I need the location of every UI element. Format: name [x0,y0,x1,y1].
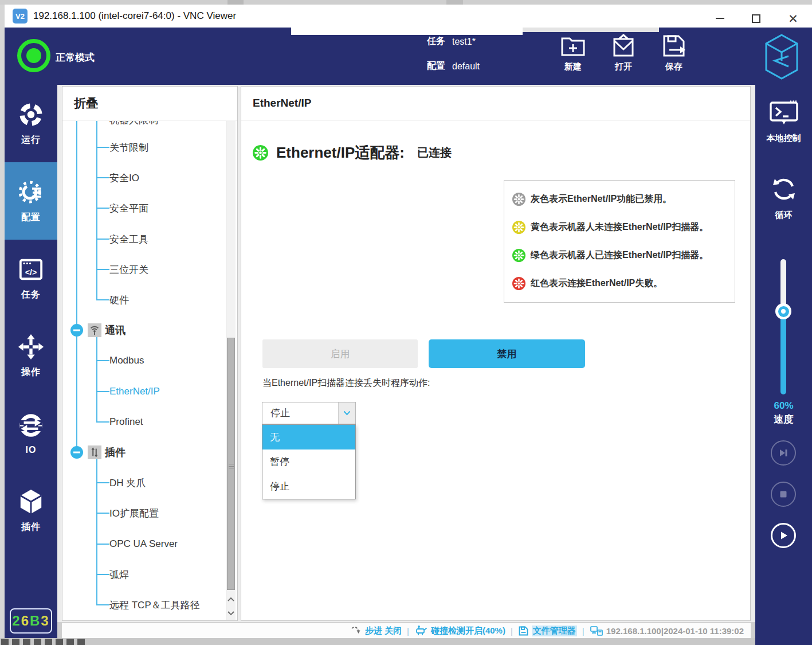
step-icon [351,626,362,636]
header-actions: 新建打开保存 [554,34,693,72]
tree-item-label: 安全IO [109,171,139,185]
play-button[interactable] [771,523,796,548]
tree-item-clipped[interactable]: 机器人限制 [109,121,158,127]
tree-scrollbar[interactable] [226,121,236,620]
legend-row: 红色表示连接EtherNet/IP失败。 [512,277,727,290]
step-forward-icon [778,447,789,459]
loop-button[interactable]: 循环 [755,175,812,221]
adapter-status-text: 已连接 [417,145,452,161]
tree-connector-tick [96,391,109,392]
tree-item-[interactable]: 插件 [62,437,223,468]
collapse-minus-icon[interactable] [70,323,84,337]
tree-item-label: 安全工具 [109,233,148,246]
run-icon [17,101,45,128]
status-asterisk-icon [512,221,525,234]
tree-item-tcp[interactable]: 远程 TCP＆工具路径 [62,589,223,620]
chevron-down-icon[interactable] [338,402,355,424]
minimize-button[interactable] [708,11,731,25]
screen-edge-artifact [0,5,5,645]
tree-connector-tick [96,208,109,209]
adapter-status-row: Ethernet/IP适配器: 已连接 [253,143,452,163]
tree-item-label: 安全平面 [109,202,148,215]
tree-connector-tick [96,147,109,148]
open-label: 打开 [615,61,632,72]
tree-item-ethernetip[interactable]: EtherNet/IP [62,376,223,407]
brand-logo-icon [764,33,799,80]
local-control-button[interactable]: 本地控制 [755,100,812,144]
legend-text: 灰色表示EtherNet/IP功能已禁用。 [531,193,672,205]
step-forward-button[interactable] [771,440,796,466]
tree-item-label: 硬件 [109,294,129,307]
tree-item-io[interactable]: IO扩展配置 [62,498,223,529]
connection-status: 192.168.1.100|2024-01-10 11:39:02 [590,625,744,636]
config-label: 配置 [427,60,445,72]
sidebar-item-run[interactable]: 运行 [5,85,57,162]
badge-char: 2 [12,613,21,629]
tree-item-label: 三位开关 [109,263,148,276]
tree-item-[interactable]: 三位开关 [62,254,223,285]
tree-item-io[interactable]: 安全IO [62,162,223,193]
select-value: 停止 [270,406,290,420]
tree-connector-tick [96,513,109,514]
tree-item-label: Modbus [109,355,144,366]
collision-detection-status[interactable]: 碰撞检测开启(40%) [414,625,505,636]
stop-icon [778,488,789,500]
tree-item-[interactable]: 安全平面 [62,193,223,224]
tree-collapse-header[interactable]: 折叠 [62,87,237,120]
status-asterisk-icon [512,193,525,206]
tree-item-profinet[interactable]: Profinet [62,406,223,437]
disable-button[interactable]: 禁用 [429,339,585,368]
open-button[interactable]: 打开 [604,34,643,72]
save-label: 保存 [665,61,682,72]
loop-icon [770,175,798,205]
badge-char: 3 [41,613,49,629]
tree-item-modbus[interactable]: Modbus [62,345,223,376]
divider: | [511,626,513,636]
task-row: 任务 test1* [427,36,480,48]
stop-button[interactable] [771,482,796,507]
file-manager-button[interactable]: 文件管理器 [518,626,577,636]
slider-track-lower[interactable] [780,311,786,394]
tree-item-[interactable]: 通讯 [62,315,223,346]
tree-item-opcuaserver[interactable]: OPC UA Server [62,529,223,560]
dropdown-option-停止[interactable]: 停止 [262,474,355,499]
sidebar-item-operate[interactable]: 操作 [5,317,57,394]
sidebar-item-config[interactable]: 配置 [5,162,57,240]
enable-button[interactable]: 启用 [262,339,418,368]
task-icon: </> [17,256,45,283]
tree-item-dh[interactable]: DH 夹爪 [62,467,223,498]
dropdown-option-暂停[interactable]: 暂停 [262,449,355,474]
tree-item-[interactable]: 弧焊 [62,559,223,590]
sidebar-item-io[interactable]: IO [5,394,57,472]
tree-connector-tick [96,239,109,240]
collapse-minus-icon[interactable] [70,445,84,459]
dropdown-option-无[interactable]: 无 [262,425,355,449]
new-button[interactable]: 新建 [554,34,593,72]
screenshot-notch-artifact [523,28,659,32]
maximize-button[interactable] [744,11,767,25]
tree-item-label: IO扩展配置 [109,507,159,520]
scrollbar-thumb[interactable] [227,338,235,590]
divider: | [582,626,585,636]
tree-item-[interactable]: 关节限制 [62,132,223,163]
sidebar-item-label: 操作 [21,366,41,378]
step-mode-status[interactable]: 步进 关闭 [351,626,402,636]
step-status-text: 步进 关闭 [365,626,402,636]
close-button[interactable]: ✕ [782,11,805,25]
sidebar-item-label: 运行 [21,134,41,146]
legend-text: 绿色表示机器人已连接EtherNet/IP扫描器。 [531,249,708,261]
task-label: 任务 [427,36,445,48]
program-action-select[interactable]: 停止 [262,402,356,424]
sidebar-item-plugin[interactable]: 插件 [5,472,57,549]
legend-row: 黄色表示机器人未连接EtherNet/IP扫描器。 [512,221,727,234]
tree-item-[interactable]: 硬件 [62,284,223,315]
sidebar-item-task[interactable]: </>任务 [5,240,57,317]
save-button[interactable]: 保存 [654,34,693,72]
local-control-label: 本地控制 [767,133,801,144]
scroll-down-icon[interactable] [226,606,236,620]
status-code-badge[interactable]: 26B3 [10,608,52,634]
slider-thumb[interactable] [775,303,791,319]
scroll-up-icon[interactable] [226,592,236,606]
task-value: test1* [452,37,476,47]
tree-item-[interactable]: 安全工具 [62,224,223,255]
